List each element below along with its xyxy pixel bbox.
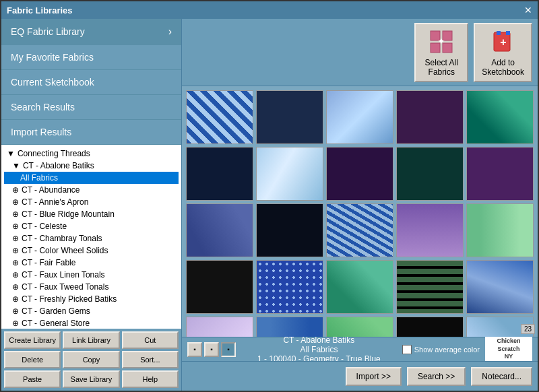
eq-library-label: EQ Fabric Library <box>11 26 85 37</box>
view-icons: ▪ ▪ ▪ <box>187 342 236 357</box>
medium-view-icon[interactable]: ▪ <box>204 342 219 357</box>
fabric-cell[interactable] <box>326 203 393 257</box>
fabric-cell[interactable] <box>326 317 393 337</box>
create-library-button[interactable]: Create Library <box>4 331 61 349</box>
tree-item-label: All Fabrics <box>20 173 58 183</box>
show-average-color-checkbox[interactable] <box>402 345 412 354</box>
help-button[interactable]: Help <box>122 370 179 388</box>
main-content: EQ Fabric Library › My Favorite Fabrics … <box>1 19 538 391</box>
window-title: Fabric Libraries <box>7 5 73 15</box>
tree-ct-celeste[interactable]: ⊕ CT - Celeste <box>4 220 179 232</box>
close-button[interactable]: ✕ <box>524 5 532 15</box>
tree-ct-garden-gems[interactable]: ⊕ CT - Garden Gems <box>4 305 179 317</box>
tree-connecting-threads[interactable]: ▼ Connecting Threads <box>4 148 179 160</box>
fabric-cell[interactable] <box>466 203 534 257</box>
tree-ct-annies-apron[interactable]: ⊕ CT - Annie's Apron <box>4 196 179 208</box>
sidebar-item-search-results[interactable]: Search Results <box>1 95 181 120</box>
tree-view[interactable]: ▼ Connecting Threads ▼ CT - Abalone Bati… <box>1 145 181 329</box>
sidebar-item-import-results[interactable]: Import Results <box>1 120 181 145</box>
sidebar-item-my-favorite-fabrics[interactable]: My Favorite Fabrics <box>1 45 181 70</box>
tree-ct-faux-tweed[interactable]: ⊕ CT - Faux Tweed Tonals <box>4 281 179 293</box>
right-panel: ✦ Select AllFabrics + Add toSke <box>182 19 538 391</box>
delete-button[interactable]: Delete <box>4 351 61 368</box>
fabric-grid-container[interactable]: 23 <box>182 86 538 337</box>
tree-item-label: CT - Fair Fable <box>22 258 75 267</box>
paste-button[interactable]: Paste <box>4 370 61 388</box>
fabric-cell[interactable] <box>396 90 464 144</box>
fabric-cell[interactable] <box>466 147 534 201</box>
sort-button[interactable]: Sort... <box>122 351 179 368</box>
current-sketchbook-label: Current Sketchbook <box>11 77 94 88</box>
tree-item-label: CT - Celeste <box>22 222 67 231</box>
expand-icon: ⊕ <box>12 209 19 219</box>
expand-icon: ⊕ <box>12 246 19 255</box>
fabric-cell[interactable] <box>466 90 534 144</box>
fabric-cell[interactable] <box>186 90 253 144</box>
fabric-cell[interactable] <box>396 147 464 201</box>
svg-rect-6 <box>497 31 501 35</box>
fabric-cell[interactable] <box>256 317 323 337</box>
fabric-cell[interactable] <box>256 90 323 144</box>
add-to-sketchbook-icon: + <box>490 28 517 55</box>
sidebar-item-eq-library[interactable]: EQ Fabric Library › <box>1 19 181 45</box>
fabric-cell[interactable] <box>186 203 253 257</box>
tree-ct-color-wheel[interactable]: ⊕ CT - Color Wheel Solids <box>4 244 179 257</box>
fabric-cell[interactable] <box>396 317 464 337</box>
search-button[interactable]: Search >> <box>407 367 466 386</box>
show-average-color-container: Show average color <box>402 345 480 354</box>
fabric-cell[interactable] <box>256 203 323 257</box>
save-library-button[interactable]: Save Library <box>63 370 119 388</box>
bottom-action-bar: Import >> Search >> Notecard... <box>182 361 538 391</box>
copy-button[interactable]: Copy <box>63 351 119 368</box>
tree-item-label: CT - Color Wheel Solids <box>22 246 108 255</box>
expand-icon: ▼ <box>7 149 15 158</box>
fabric-cell[interactable] <box>186 260 253 314</box>
fabric-cell[interactable] <box>326 147 393 201</box>
link-library-button[interactable]: Link Library <box>63 331 119 349</box>
fabric-cell[interactable] <box>326 260 393 314</box>
fabric-cell[interactable] <box>396 260 464 314</box>
add-to-sketchbook-button[interactable]: + Add toSketchbook <box>474 23 532 82</box>
tree-item-label: CT - Faux Tweed Tonals <box>22 282 108 292</box>
tree-ct-general-store[interactable]: ⊕ CT - General Store <box>4 317 179 329</box>
fabric-cell[interactable] <box>256 147 323 201</box>
fabric-cell[interactable] <box>186 317 253 337</box>
expand-icon: ▼ <box>12 161 20 170</box>
add-to-sketchbook-label: Add toSketchbook <box>482 58 524 77</box>
tree-ct-fair-fable[interactable]: ⊕ CT - Fair Fable <box>4 257 179 269</box>
fabric-cell[interactable] <box>256 260 323 314</box>
notecard-button[interactable]: Notecard... <box>471 367 532 386</box>
svg-rect-7 <box>506 31 510 35</box>
import-results-label: Import Results <box>11 127 71 137</box>
expand-icon: ⊕ <box>12 306 19 316</box>
select-all-fabrics-button[interactable]: ✦ Select AllFabrics <box>414 23 468 82</box>
cut-button[interactable]: Cut <box>122 331 179 349</box>
fabric-cell[interactable] <box>396 203 464 257</box>
tree-item-label: CT - Faux Linen Tonals <box>22 270 105 280</box>
sidebar-item-current-sketchbook[interactable]: Current Sketchbook <box>1 70 181 95</box>
fabric-cell[interactable] <box>186 147 253 201</box>
small-view-icon[interactable]: ▪ <box>221 342 236 357</box>
tree-item-label: CT - Abundance <box>22 185 80 195</box>
tree-item-label: CT - Garden Gems <box>22 306 90 316</box>
tree-ct-abundance[interactable]: ⊕ CT - Abundance <box>4 184 179 196</box>
tree-ct-faux-linen[interactable]: ⊕ CT - Faux Linen Tonals <box>4 269 179 281</box>
svg-text:✦: ✦ <box>437 36 445 46</box>
show-average-color-label: Show average color <box>414 346 480 354</box>
logo-text: ChickenScratchNY <box>497 337 520 361</box>
fabric-cell[interactable] <box>466 260 534 314</box>
expand-icon: ⊕ <box>12 197 19 207</box>
fabric-grid <box>186 90 534 337</box>
import-button[interactable]: Import >> <box>346 367 402 386</box>
sidebar: EQ Fabric Library › My Favorite Fabrics … <box>1 19 182 391</box>
tree-item-label: CT - Annie's Apron <box>22 197 88 207</box>
tree-all-fabrics[interactable]: All Fabrics <box>4 172 179 184</box>
expand-icon: ⊕ <box>12 294 19 304</box>
large-view-icon[interactable]: ▪ <box>187 342 202 357</box>
tree-ct-chambray[interactable]: ⊕ CT - Chambray Tonals <box>4 232 179 244</box>
tree-ct-blue-ridge[interactable]: ⊕ CT - Blue Ridge Mountain <box>4 208 179 220</box>
tree-item-label: Connecting Threads <box>18 149 90 158</box>
tree-ct-freshly-picked[interactable]: ⊕ CT - Freshly Picked Batiks <box>4 293 179 305</box>
fabric-cell[interactable] <box>326 90 393 144</box>
tree-ct-abalone-batiks[interactable]: ▼ CT - Abalone Batiks <box>4 160 179 172</box>
